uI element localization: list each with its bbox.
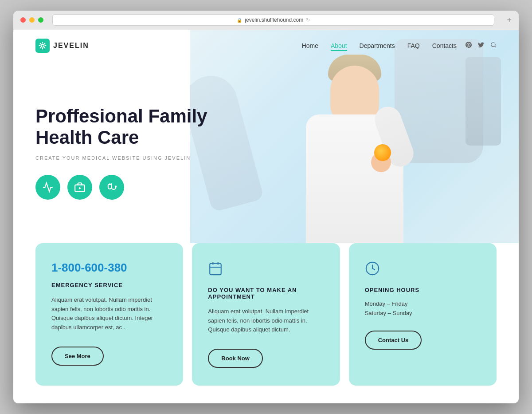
emergency-title: EMERGENCY SERVICE (51, 282, 167, 288)
emergency-card: 1-800-600-380 EMERGENCY SERVICE Aliquam … (35, 243, 183, 386)
hours-title: OPENING HOURS (365, 287, 481, 293)
nav-home[interactable]: Home (302, 42, 318, 50)
appointment-card: DO YOU WANT TO MAKE AN APPOINTMENT Aliqu… (192, 243, 340, 386)
svg-point-5 (115, 186, 116, 187)
svg-point-0 (41, 44, 44, 47)
twitter-icon[interactable] (478, 42, 484, 50)
hero-subtitle: CREATE YOUR MEDICAL WEBSITE USING JEVELI… (35, 155, 222, 161)
hero-section: JEVELIN Home About Departments FAQ Conta… (13, 30, 519, 256)
clock-icon (365, 261, 481, 278)
address-bar[interactable]: 🔒 jevelin.shufflehound.com ↻ (52, 14, 494, 26)
appointment-title: DO YOU WANT TO MAKE AN APPOINTMENT (208, 287, 324, 300)
see-more-button[interactable]: See More (51, 347, 104, 366)
logo-text: JEVELIN (53, 42, 89, 50)
heartbeat-icon[interactable] (35, 175, 60, 200)
hero-content: Proffesional Family Health Care CREATE Y… (35, 106, 222, 200)
hours-weekdays: Monday – Friday (365, 300, 481, 307)
hours-weekend: Saturtay – Sunday (365, 310, 481, 316)
orange-fruit (374, 144, 391, 161)
medical-bag-icon[interactable] (67, 175, 92, 200)
svg-point-1 (491, 43, 495, 47)
new-tab-button[interactable]: + (507, 16, 512, 25)
hours-list: Monday – Friday Saturtay – Sunday (365, 300, 481, 316)
nav-contacts[interactable]: Contacts (432, 42, 457, 50)
hero-feature-icons (35, 175, 222, 200)
pinterest-icon[interactable] (466, 42, 472, 50)
nav-links: Home About Departments FAQ Contacts (302, 42, 457, 50)
navbar: JEVELIN Home About Departments FAQ Conta… (13, 30, 519, 61)
phone-number: 1-800-600-380 (51, 261, 167, 275)
nav-about[interactable]: About (331, 42, 347, 50)
refresh-icon: ↻ (306, 17, 310, 23)
nav-departments[interactable]: Departments (360, 42, 395, 50)
appointment-body: Aliquam erat volutpat. Nullam imperdiet … (208, 307, 324, 335)
logo-icon (35, 39, 50, 53)
hours-card: OPENING HOURS Monday – Friday Saturtay –… (349, 243, 497, 386)
book-now-button[interactable]: Book Now (208, 349, 263, 368)
search-icon[interactable] (490, 42, 497, 50)
calendar-icon (208, 261, 324, 278)
lock-icon: 🔒 (237, 18, 242, 23)
svg-rect-6 (210, 263, 222, 275)
close-button[interactable] (20, 17, 26, 23)
browser-window: 🔒 jevelin.shufflehound.com ↻ + (13, 11, 519, 403)
logo[interactable]: JEVELIN (35, 39, 89, 53)
nav-social-icons (466, 42, 497, 50)
hero-title: Proffesional Family Health Care (35, 106, 222, 149)
stethoscope-icon[interactable] (99, 175, 124, 200)
emergency-body: Aliquam erat volutpat. Nullam imperdiet … (51, 296, 167, 332)
minimize-button[interactable] (29, 17, 35, 23)
maximize-button[interactable] (38, 17, 43, 23)
website-content: JEVELIN Home About Departments FAQ Conta… (13, 30, 519, 403)
contact-us-button[interactable]: Contact Us (365, 331, 422, 350)
equipment-shape (466, 57, 501, 146)
info-cards-section: 1-800-600-380 EMERGENCY SERVICE Aliquam … (13, 243, 519, 403)
nav-faq[interactable]: FAQ (407, 42, 420, 50)
browser-toolbar: 🔒 jevelin.shufflehound.com ↻ + (13, 11, 519, 30)
hero-image (190, 30, 519, 256)
url-text: jevelin.shufflehound.com (245, 17, 303, 23)
